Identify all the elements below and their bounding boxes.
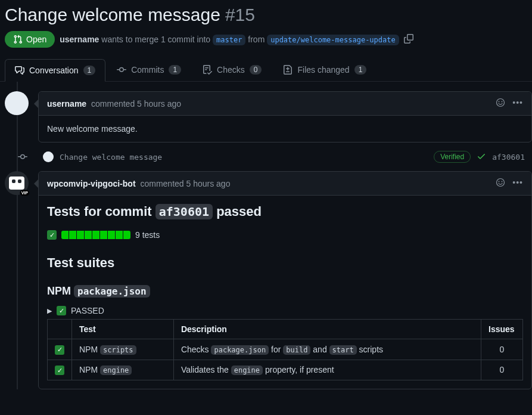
commit-avatar[interactable] <box>43 151 54 162</box>
commits-count: 1 <box>169 65 181 75</box>
copy-icon[interactable] <box>404 34 413 45</box>
test-issues: 0 <box>481 360 523 380</box>
comment: wpcomvip-vipgoci-bot commented 5 hours a… <box>38 171 532 389</box>
checklist-icon <box>203 65 212 75</box>
kebab-menu-icon[interactable]: ••• <box>512 98 523 109</box>
comment-discussion-icon <box>15 66 24 75</box>
progress-bar <box>61 231 130 239</box>
col-test: Test <box>72 320 174 339</box>
table-row: ✓NPM engineValidates the engine property… <box>48 360 523 380</box>
col-issues: Issues <box>481 320 523 339</box>
git-commit-icon <box>117 65 126 75</box>
comment-time: commented 5 hours ago <box>91 99 181 109</box>
head-branch[interactable]: update/welcome-message-update <box>267 35 399 45</box>
test-issues: 0 <box>481 339 523 360</box>
svg-point-4 <box>499 181 500 182</box>
svg-point-1 <box>499 101 500 103</box>
bot-avatar[interactable]: VIP <box>5 171 29 195</box>
verified-badge[interactable]: Verified <box>434 151 471 163</box>
checkmark-icon: ✓ <box>57 306 66 315</box>
author-link[interactable]: username <box>60 35 99 44</box>
tests-heading: Tests for commit af30601 passed <box>47 204 523 219</box>
status-label: Open <box>26 35 46 44</box>
emoji-react-icon[interactable] <box>496 178 505 189</box>
tab-commits[interactable]: Commits 1 <box>107 58 191 81</box>
test-suites-heading: Test suites <box>47 255 523 271</box>
tests-table: Test Description Issues ✓NPM scriptsChec… <box>47 319 523 380</box>
base-branch[interactable]: master <box>213 35 245 45</box>
file-diff-icon <box>283 65 293 75</box>
status-open-pill: Open <box>5 31 55 48</box>
conversation-count: 1 <box>83 66 96 75</box>
kebab-menu-icon[interactable]: ••• <box>512 178 523 189</box>
comment-author[interactable]: wpcomvip-vipgoci-bot <box>47 179 136 188</box>
suite-title: NPM package.json <box>47 285 523 298</box>
files-count: 1 <box>354 65 367 75</box>
passed-label: PASSED <box>71 306 104 315</box>
checkmark-icon: ✓ <box>55 366 64 375</box>
svg-point-0 <box>497 99 505 107</box>
caret-right-icon: ▶ <box>47 307 52 315</box>
tests-progress: ✓ 9 tests <box>47 230 523 240</box>
pr-title: Change welcome message <box>5 5 220 25</box>
check-icon <box>477 151 486 163</box>
test-name: NPM scripts <box>72 339 174 360</box>
comment-time: commented 5 hours ago <box>140 179 230 188</box>
tests-count: 9 tests <box>135 230 160 240</box>
pr-number: #15 <box>225 5 255 25</box>
svg-point-5 <box>502 181 503 182</box>
commit-event: Change welcome message Verified af30601 <box>5 143 532 171</box>
svg-point-2 <box>502 101 503 103</box>
commit-message[interactable]: Change welcome message <box>60 153 428 162</box>
emoji-react-icon[interactable] <box>496 98 505 109</box>
git-commit-icon <box>18 152 27 162</box>
col-description: Description <box>173 320 481 339</box>
checkmark-icon: ✓ <box>47 230 57 240</box>
merge-description: username wants to merge 1 commit into ma… <box>60 35 399 44</box>
table-row: ✓NPM scriptsChecks package.json for buil… <box>48 339 523 360</box>
tab-checks[interactable]: Checks 0 <box>192 58 272 81</box>
test-description: Checks package.json for build and start … <box>173 339 481 360</box>
git-pull-request-icon <box>13 35 23 44</box>
comment-body: New welcome message. <box>39 116 531 142</box>
checkmark-icon: ✓ <box>55 345 64 355</box>
test-name: NPM engine <box>72 360 174 380</box>
svg-point-3 <box>497 179 505 187</box>
commit-sha[interactable]: af30601 <box>492 153 525 162</box>
tab-files[interactable]: Files changed 1 <box>273 58 377 81</box>
pr-tabs: Conversation 1 Commits 1 Checks 0 Files … <box>0 58 532 82</box>
comment-author[interactable]: username <box>47 99 86 109</box>
test-description: Validates the engine property, if presen… <box>173 360 481 380</box>
suite-toggle[interactable]: ▶ ✓ PASSED <box>47 306 523 315</box>
avatar[interactable] <box>5 91 29 115</box>
tab-conversation[interactable]: Conversation 1 <box>5 59 105 82</box>
checks-count: 0 <box>250 65 262 75</box>
comment: username commented 5 hours ago ••• New w… <box>38 91 532 143</box>
